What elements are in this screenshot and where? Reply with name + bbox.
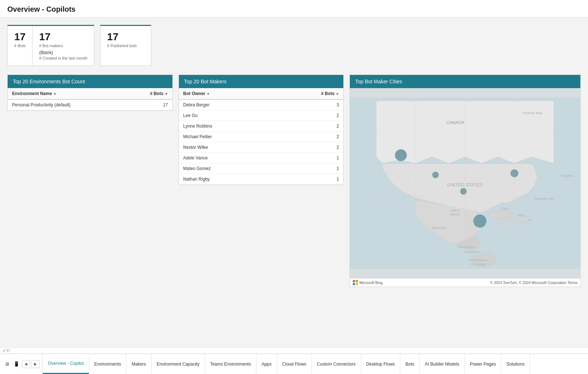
svg-text:COLOMBIA: COLOMBIA [470, 263, 486, 266]
bing-logo: Microsoft Bing [353, 280, 382, 285]
maker-count: 1 [275, 163, 343, 174]
tab-nav-right[interactable]: ▶ [31, 360, 39, 368]
env-panel-header: Top 20 Environments Bot Count [8, 75, 172, 88]
maker-count: 2 [275, 142, 343, 153]
tab-custom-connectors[interactable]: Custom Connectors [312, 354, 361, 374]
svg-point-28 [460, 188, 467, 195]
tab-bar-controls: 🖥 📱 ◀ ▶ [0, 354, 43, 374]
env-bots-sort-icon: ▼ [165, 92, 168, 96]
svg-text:HAITI: HAITI [518, 214, 524, 217]
svg-point-25 [395, 149, 407, 161]
published-bots-number: 17 [107, 31, 144, 43]
page-title: Overview - Copilots [7, 5, 581, 14]
svg-point-3 [488, 211, 515, 219]
maker-col-bots[interactable]: # Bots ▼ [275, 88, 343, 99]
map-copyright: © 2024 TomTom, © 2024 Microsoft Corporat… [490, 281, 577, 285]
svg-text:CANADA: CANADA [446, 120, 464, 125]
maker-col-owner[interactable]: Bot Owner ▼ [179, 88, 275, 99]
published-bots-label: # Published bots [107, 44, 144, 48]
table-row: Adele Vance1 [179, 153, 344, 163]
maker-name: Nathan Rigby [179, 174, 275, 185]
tables-row: Top 20 Environments Bot Count Environmen… [7, 75, 581, 287]
map-container: CANADA UNITED STATES MEXICO GUATEMALA NI… [350, 88, 580, 278]
maker-name: Lynne Robbins [179, 121, 275, 132]
svg-text:Hudson Bay: Hudson Bay [523, 111, 542, 115]
svg-text:Mexico: Mexico [451, 213, 460, 216]
published-bots-card: 17 # Published bots [100, 25, 151, 66]
tab-solutions[interactable]: Solutions [501, 354, 530, 374]
summary-cards: 17 # Bots 17 # Bot makers (Blank) # Crea… [7, 25, 581, 66]
maker-name: Adele Vance [179, 153, 275, 163]
env-count: 17 [126, 99, 172, 110]
monitor-icon[interactable]: 🖥 [3, 360, 11, 368]
tab-bar: 🖥 📱 ◀ ▶ Overview - CopilotEnvironmentsMa… [0, 354, 588, 374]
svg-point-27 [511, 169, 519, 177]
svg-text:MEXICO: MEXICO [432, 226, 446, 230]
maker-name: Michael Peltier [179, 132, 275, 142]
bots-summary-card: 17 # Bots 17 # Bot makers (Blank) # Crea… [7, 25, 94, 66]
tab-items-container: Overview - CopilotEnvironmentsMakersEnvi… [43, 354, 530, 374]
tab-apps[interactable]: Apps [256, 354, 277, 374]
bing-squares-icon [353, 280, 358, 285]
tablet-icon[interactable]: 📱 [12, 360, 20, 368]
env-col-name[interactable]: Environment Name ▼ [8, 88, 126, 99]
maker-sort-icon: ▼ [207, 92, 210, 96]
table-row: Nathan Rigby1 [179, 174, 344, 185]
table-row: Michael Peltier2 [179, 132, 344, 142]
tab-bots[interactable]: Bots [400, 354, 420, 374]
blank-label: # Created in the last month [39, 56, 87, 60]
bot-makers-panel-header: Top 20 Bot Makers [179, 75, 344, 88]
maker-name: Mateo Gomez [179, 163, 275, 174]
maker-count: 1 [275, 153, 343, 163]
svg-point-1 [498, 218, 518, 228]
svg-text:P.R.: P.R. [528, 219, 532, 222]
table-row: Personal Productivity (default)17 [8, 99, 172, 110]
maker-count: 2 [275, 110, 343, 121]
env-table: Environment Name ▼ # Bots ▼ Personal Pro… [8, 88, 172, 110]
table-row: Mateo Gomez1 [179, 163, 344, 174]
table-row: Debra Berger3 [179, 99, 344, 110]
tab-ai-builder-models[interactable]: AI Builder Models [420, 354, 465, 374]
maker-name: Debra Berger [179, 99, 275, 110]
maker-count: 2 [275, 132, 343, 142]
tab-desktop-flows[interactable]: Desktop Flows [361, 354, 401, 374]
tab-cloud-flows[interactable]: Cloud Flows [277, 354, 312, 374]
tab-overview-copilot[interactable]: Overview - Copilot [43, 354, 89, 374]
map-panel-header: Top Bot Maker Cities [350, 75, 580, 88]
bots-label: # Bots [14, 44, 26, 48]
bots-count-section: 17 # Bots [8, 26, 32, 65]
tab-environment-capacity[interactable]: Environment Capacity [152, 354, 205, 374]
svg-text:NICARAGUA: NICARAGUA [464, 250, 480, 254]
table-row: Lee Gu2 [179, 110, 344, 121]
bot-makers-panel: Top 20 Bot Makers Bot Owner ▼ # Bots ▼ [179, 75, 344, 185]
map-svg: CANADA UNITED STATES MEXICO GUATEMALA NI… [350, 88, 580, 278]
svg-point-29 [473, 215, 486, 228]
map-panel: Top Bot Maker Cities [350, 75, 581, 287]
page-count: # 37 [0, 348, 588, 354]
bot-makers-section: 17 # Bot makers (Blank) # Created in the… [32, 26, 94, 65]
blank-text: (Blank) [39, 50, 87, 55]
bot-makers-table: Bot Owner ▼ # Bots ▼ Debra Berger3Lee Gu… [179, 88, 344, 185]
bots-number: 17 [14, 31, 26, 43]
maker-count: 3 [275, 99, 343, 110]
tab-makers[interactable]: Makers [126, 354, 151, 374]
svg-text:Caribbean Sea: Caribbean Sea [534, 197, 554, 200]
tab-teams-environments[interactable]: Teams Environments [205, 354, 256, 374]
svg-text:CUBA: CUBA [500, 207, 509, 210]
bing-label: Microsoft Bing [359, 281, 382, 285]
table-row: Nestor Wilke2 [179, 142, 344, 153]
tab-environments[interactable]: Environments [89, 354, 126, 374]
svg-text:Sargasso: Sargasso [561, 174, 574, 177]
tab-nav-left[interactable]: ◀ [22, 360, 30, 368]
tab-power-pages[interactable]: Power Pages [465, 354, 501, 374]
svg-text:Gulf of: Gulf of [451, 209, 460, 212]
svg-point-26 [432, 171, 439, 178]
env-col-bots[interactable]: # Bots ▼ [126, 88, 172, 99]
environments-bot-count-panel: Top 20 Environments Bot Count Environmen… [7, 75, 173, 111]
svg-text:GUATEMALA: GUATEMALA [458, 246, 476, 249]
table-row: Lynne Robbins2 [179, 121, 344, 132]
bot-makers-label: # Bot makers [39, 44, 87, 48]
maker-count: 2 [275, 121, 343, 132]
env-name: Personal Productivity (default) [8, 99, 126, 110]
svg-text:VENEZUELA: VENEZUELA [470, 258, 488, 262]
